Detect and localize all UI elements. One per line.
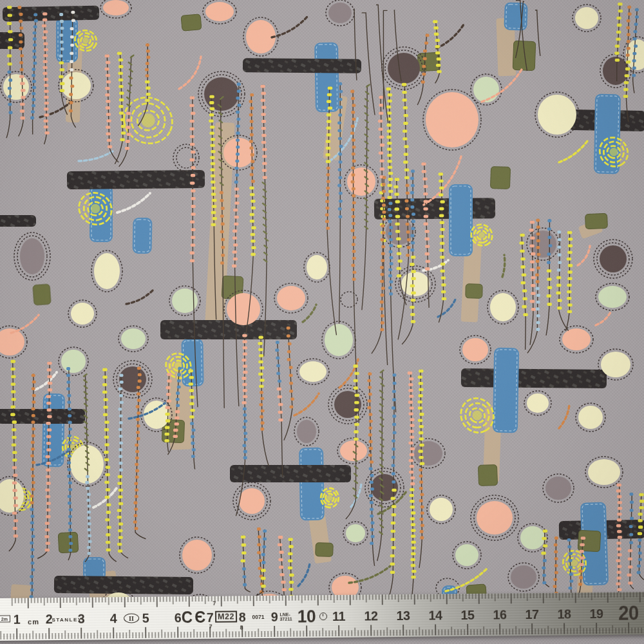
- ruler-number-8: 8: [239, 609, 246, 625]
- ruler-number-14: 14: [428, 607, 442, 623]
- clock-icon: [319, 612, 327, 620]
- ruler-inner-number-right: 8: [240, 624, 243, 630]
- fabric-pattern-svg: [0, 0, 644, 644]
- ruler-number-20: 20: [618, 601, 639, 625]
- ruler-cert-number: LNE-37211: [279, 612, 292, 621]
- ruler-ce-mark: CЄ: [182, 608, 208, 627]
- ruler-number-4: 4: [110, 611, 117, 626]
- ruler-number-5: 5: [142, 611, 149, 626]
- ruler-top-scale-number: 7: [213, 600, 216, 607]
- ruler-number-10: 10: [298, 606, 316, 627]
- fabric-photo: 1234567891011121314151617181920cmSTANLEY…: [0, 0, 644, 644]
- ruler-number-6: 6: [175, 610, 182, 625]
- ruler-number-17: 17: [525, 607, 538, 622]
- ruler-number-1: 1: [14, 612, 21, 627]
- ruler-inner-number-left: 7: [209, 623, 213, 630]
- ruler-accuracy-class-badge: II: [124, 613, 139, 623]
- ruler-number-12: 12: [364, 608, 377, 623]
- ruler-unit-label: cm: [28, 618, 39, 625]
- ruler-type-code: M22: [215, 611, 237, 622]
- ruler-number-11: 11: [332, 609, 345, 624]
- ruler-brand: STANLEY: [52, 616, 82, 622]
- ruler-number-19: 19: [589, 606, 603, 621]
- ruler-number-13: 13: [396, 608, 410, 623]
- ruler-notified-body-number: 0071: [252, 614, 264, 620]
- ruler: 1234567891011121314151617181920cmSTANLEY…: [0, 592, 644, 641]
- ruler-number-15: 15: [460, 607, 474, 623]
- ruler-left-edge-code: 0 2m: [0, 615, 10, 622]
- ruler-number-16: 16: [493, 607, 506, 622]
- ruler-number-18: 18: [557, 606, 571, 621]
- ruler-number-9: 9: [271, 609, 278, 625]
